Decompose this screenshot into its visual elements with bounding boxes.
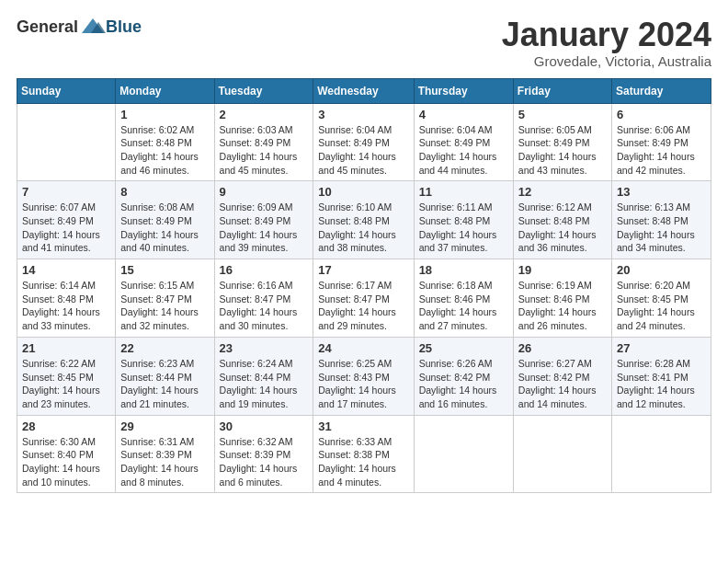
cell-content-day-15: 15Sunrise: 6:15 AMSunset: 8:47 PMDayligh… bbox=[120, 263, 209, 333]
calendar-cell: 22Sunrise: 6:23 AMSunset: 8:44 PMDayligh… bbox=[116, 337, 214, 415]
calendar-cell: 4Sunrise: 6:04 AMSunset: 8:49 PMDaylight… bbox=[414, 103, 513, 181]
weekday-header-sunday: Sunday bbox=[17, 78, 116, 103]
cell-content-day-21: 21Sunrise: 6:22 AMSunset: 8:45 PMDayligh… bbox=[22, 341, 110, 411]
day-info: Sunrise: 6:15 AMSunset: 8:47 PMDaylight:… bbox=[120, 279, 209, 333]
day-info: Sunrise: 6:20 AMSunset: 8:45 PMDaylight:… bbox=[617, 279, 706, 333]
day-info: Sunrise: 6:17 AMSunset: 8:47 PMDaylight:… bbox=[318, 279, 408, 333]
day-info: Sunrise: 6:10 AMSunset: 8:48 PMDaylight:… bbox=[318, 201, 408, 255]
day-number: 17 bbox=[318, 263, 408, 277]
day-info: Sunrise: 6:22 AMSunset: 8:45 PMDaylight:… bbox=[22, 357, 110, 411]
calendar-cell: 18Sunrise: 6:18 AMSunset: 8:46 PMDayligh… bbox=[414, 259, 513, 338]
day-number: 7 bbox=[22, 185, 110, 199]
cell-content-day-18: 18Sunrise: 6:18 AMSunset: 8:46 PMDayligh… bbox=[419, 263, 508, 333]
cell-content-day-16: 16Sunrise: 6:16 AMSunset: 8:47 PMDayligh… bbox=[220, 263, 309, 333]
day-number: 22 bbox=[120, 341, 209, 355]
day-number: 8 bbox=[120, 185, 209, 199]
calendar-cell: 21Sunrise: 6:22 AMSunset: 8:45 PMDayligh… bbox=[17, 337, 116, 415]
weekday-header-friday: Friday bbox=[513, 78, 611, 103]
day-number: 24 bbox=[318, 341, 408, 355]
day-info: Sunrise: 6:23 AMSunset: 8:44 PMDaylight:… bbox=[120, 357, 209, 411]
weekday-header-monday: Monday bbox=[116, 78, 214, 103]
day-number: 30 bbox=[220, 419, 309, 433]
weekday-header-thursday: Thursday bbox=[414, 78, 513, 103]
day-number: 28 bbox=[22, 419, 110, 433]
calendar-cell bbox=[414, 415, 513, 493]
day-info: Sunrise: 6:31 AMSunset: 8:39 PMDaylight:… bbox=[120, 435, 209, 489]
day-number: 6 bbox=[617, 108, 706, 121]
cell-content-day-5: 5Sunrise: 6:05 AMSunset: 8:49 PMDaylight… bbox=[518, 108, 607, 178]
day-info: Sunrise: 6:04 AMSunset: 8:49 PMDaylight:… bbox=[318, 123, 408, 178]
day-info: Sunrise: 6:25 AMSunset: 8:43 PMDaylight:… bbox=[318, 357, 408, 411]
calendar-cell: 19Sunrise: 6:19 AMSunset: 8:46 PMDayligh… bbox=[513, 259, 611, 338]
cell-content-day-12: 12Sunrise: 6:12 AMSunset: 8:48 PMDayligh… bbox=[518, 185, 607, 255]
day-info: Sunrise: 6:18 AMSunset: 8:46 PMDaylight:… bbox=[419, 279, 508, 333]
page: General Blue January 2024 Grovedale, Vic… bbox=[0, 0, 728, 563]
week-row-2: 14Sunrise: 6:14 AMSunset: 8:48 PMDayligh… bbox=[17, 259, 711, 338]
cell-content-day-17: 17Sunrise: 6:17 AMSunset: 8:47 PMDayligh… bbox=[318, 263, 408, 333]
day-info: Sunrise: 6:04 AMSunset: 8:49 PMDaylight:… bbox=[419, 123, 508, 178]
day-info: Sunrise: 6:12 AMSunset: 8:48 PMDaylight:… bbox=[518, 201, 607, 255]
cell-content-day-13: 13Sunrise: 6:13 AMSunset: 8:48 PMDayligh… bbox=[617, 185, 706, 255]
calendar-cell: 24Sunrise: 6:25 AMSunset: 8:43 PMDayligh… bbox=[313, 337, 414, 415]
day-info: Sunrise: 6:19 AMSunset: 8:46 PMDaylight:… bbox=[518, 279, 607, 333]
cell-content-day-8: 8Sunrise: 6:08 AMSunset: 8:49 PMDaylight… bbox=[120, 185, 209, 255]
day-info: Sunrise: 6:05 AMSunset: 8:49 PMDaylight:… bbox=[518, 123, 607, 178]
cell-content-day-1: 1Sunrise: 6:02 AMSunset: 8:48 PMDaylight… bbox=[120, 108, 209, 178]
calendar-cell: 3Sunrise: 6:04 AMSunset: 8:49 PMDaylight… bbox=[313, 103, 414, 181]
calendar-cell: 12Sunrise: 6:12 AMSunset: 8:48 PMDayligh… bbox=[513, 181, 611, 259]
day-number: 21 bbox=[22, 341, 110, 355]
cell-content-day-31: 31Sunrise: 6:33 AMSunset: 8:38 PMDayligh… bbox=[318, 419, 408, 489]
logo-general-text: General bbox=[17, 17, 78, 37]
day-info: Sunrise: 6:02 AMSunset: 8:48 PMDaylight:… bbox=[120, 123, 209, 178]
cell-content-day-22: 22Sunrise: 6:23 AMSunset: 8:44 PMDayligh… bbox=[120, 341, 209, 411]
day-number: 18 bbox=[419, 263, 508, 277]
cell-content-day-30: 30Sunrise: 6:32 AMSunset: 8:39 PMDayligh… bbox=[220, 419, 309, 489]
calendar-cell: 23Sunrise: 6:24 AMSunset: 8:44 PMDayligh… bbox=[214, 337, 313, 415]
subtitle: Grovedale, Victoria, Australia bbox=[502, 53, 711, 69]
day-number: 9 bbox=[220, 185, 309, 199]
calendar-cell: 29Sunrise: 6:31 AMSunset: 8:39 PMDayligh… bbox=[116, 415, 214, 493]
cell-content-day-20: 20Sunrise: 6:20 AMSunset: 8:45 PMDayligh… bbox=[617, 263, 706, 333]
day-info: Sunrise: 6:07 AMSunset: 8:49 PMDaylight:… bbox=[22, 201, 110, 255]
day-info: Sunrise: 6:28 AMSunset: 8:41 PMDaylight:… bbox=[617, 357, 706, 411]
day-info: Sunrise: 6:27 AMSunset: 8:42 PMDaylight:… bbox=[518, 357, 607, 411]
day-number: 23 bbox=[220, 341, 309, 355]
day-number: 3 bbox=[318, 108, 408, 121]
calendar-cell: 9Sunrise: 6:09 AMSunset: 8:49 PMDaylight… bbox=[214, 181, 313, 259]
cell-content-day-26: 26Sunrise: 6:27 AMSunset: 8:42 PMDayligh… bbox=[518, 341, 607, 411]
calendar-cell: 20Sunrise: 6:20 AMSunset: 8:45 PMDayligh… bbox=[612, 259, 711, 338]
calendar-cell: 25Sunrise: 6:26 AMSunset: 8:42 PMDayligh… bbox=[414, 337, 513, 415]
day-number: 12 bbox=[518, 185, 607, 199]
day-number: 15 bbox=[120, 263, 209, 277]
week-row-3: 21Sunrise: 6:22 AMSunset: 8:45 PMDayligh… bbox=[17, 337, 711, 415]
calendar-cell: 30Sunrise: 6:32 AMSunset: 8:39 PMDayligh… bbox=[214, 415, 313, 493]
day-info: Sunrise: 6:14 AMSunset: 8:48 PMDaylight:… bbox=[22, 279, 110, 333]
week-row-0: 1Sunrise: 6:02 AMSunset: 8:48 PMDaylight… bbox=[17, 103, 711, 181]
logo: General Blue bbox=[17, 17, 142, 37]
cell-content-day-4: 4Sunrise: 6:04 AMSunset: 8:49 PMDaylight… bbox=[419, 108, 508, 178]
day-number: 14 bbox=[22, 263, 110, 277]
day-number: 25 bbox=[419, 341, 508, 355]
calendar-cell: 28Sunrise: 6:30 AMSunset: 8:40 PMDayligh… bbox=[17, 415, 116, 493]
day-info: Sunrise: 6:13 AMSunset: 8:48 PMDaylight:… bbox=[617, 201, 706, 255]
logo-blue-text: Blue bbox=[106, 17, 142, 37]
cell-content-day-19: 19Sunrise: 6:19 AMSunset: 8:46 PMDayligh… bbox=[518, 263, 607, 333]
cell-content-day-11: 11Sunrise: 6:11 AMSunset: 8:48 PMDayligh… bbox=[419, 185, 508, 255]
cell-content-day-28: 28Sunrise: 6:30 AMSunset: 8:40 PMDayligh… bbox=[22, 419, 110, 489]
week-row-4: 28Sunrise: 6:30 AMSunset: 8:40 PMDayligh… bbox=[17, 415, 711, 493]
calendar-cell: 31Sunrise: 6:33 AMSunset: 8:38 PMDayligh… bbox=[313, 415, 414, 493]
title-section: January 2024 Grovedale, Victoria, Austra… bbox=[502, 17, 711, 69]
calendar-table: SundayMondayTuesdayWednesdayThursdayFrid… bbox=[17, 78, 711, 494]
cell-content-day-2: 2Sunrise: 6:03 AMSunset: 8:49 PMDaylight… bbox=[220, 108, 309, 178]
day-number: 29 bbox=[120, 419, 209, 433]
calendar-cell: 6Sunrise: 6:06 AMSunset: 8:49 PMDaylight… bbox=[612, 103, 711, 181]
day-number: 27 bbox=[617, 341, 706, 355]
cell-content-day-23: 23Sunrise: 6:24 AMSunset: 8:44 PMDayligh… bbox=[220, 341, 309, 411]
calendar-cell bbox=[612, 415, 711, 493]
day-number: 20 bbox=[617, 263, 706, 277]
calendar-cell: 16Sunrise: 6:16 AMSunset: 8:47 PMDayligh… bbox=[214, 259, 313, 338]
cell-content-day-29: 29Sunrise: 6:31 AMSunset: 8:39 PMDayligh… bbox=[120, 419, 209, 489]
calendar-cell: 10Sunrise: 6:10 AMSunset: 8:48 PMDayligh… bbox=[313, 181, 414, 259]
day-number: 13 bbox=[617, 185, 706, 199]
weekday-header-wednesday: Wednesday bbox=[313, 78, 414, 103]
